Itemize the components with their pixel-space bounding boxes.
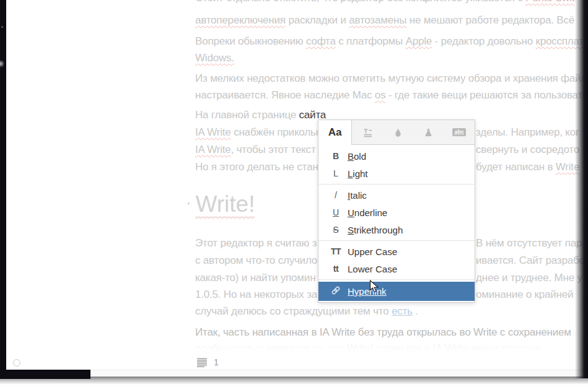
text-line: ивается. Сайт разрабо	[476, 254, 585, 267]
bottom-text-fade	[6, 337, 576, 356]
text-segment: , чтобы этот текст	[231, 144, 316, 155]
lower-case-icon: tt	[327, 264, 345, 274]
background-dot	[1, 26, 3, 28]
tab-highlight[interactable]	[413, 120, 444, 145]
menu-separator	[318, 240, 475, 241]
tab-text-style-label: Aa	[328, 126, 342, 139]
light-icon: L	[327, 168, 345, 178]
menu-item-strikethrough[interactable]: S Strikethrough	[318, 221, 475, 238]
text-segment: Widows.	[195, 52, 234, 64]
text-segment: В нём отсутствует пара	[476, 237, 587, 249]
text-link[interactable]: Punto Swit	[525, 0, 574, 4]
text-link[interactable]: есть	[392, 305, 413, 317]
italic-icon: /	[327, 190, 345, 200]
tab-text-style[interactable]: Aa	[318, 120, 352, 145]
underline-icon: U	[327, 207, 345, 217]
text-line: какая-то) и найти упомин	[195, 271, 315, 285]
text-segment: Стоит отдельно отметить, что редактор бе…	[195, 0, 525, 4]
text-line: Но я этого делать не стан	[195, 160, 318, 174]
text-line: днее и труднее. Мне у	[476, 271, 582, 285]
text-line: Вопреки обыкновению софта с платформы Ap…	[195, 35, 588, 48]
text-line: случай делюсь со страждущими тем что ест…	[195, 305, 418, 318]
text-line: IA Write, чтобы этот текст	[195, 143, 316, 157]
text-line: Этот редактор я считаю з	[195, 237, 317, 250]
popup-tabs: Aa abc	[318, 120, 475, 145]
text-segment: софта	[306, 35, 336, 47]
formatting-popup: Aa abc	[318, 120, 475, 303]
text-segment: Из мелких недостатков можно отметить мут…	[195, 72, 588, 84]
menu-label: Underline	[348, 207, 387, 218]
text-segment: автопереключения	[195, 14, 286, 26]
text-segment: днее и труднее. Мне у	[476, 272, 582, 284]
text-segment: Apple	[406, 35, 432, 47]
text-line: настраивается. Явное наследие Mac os - г…	[195, 89, 588, 102]
text-segment: автозамены	[349, 14, 406, 26]
mouse-cursor	[369, 280, 382, 296]
strikethrough-icon: S	[327, 225, 345, 235]
text-segment: снабжён прикольн	[231, 126, 322, 138]
text-line: свернуть и сосредото	[476, 143, 579, 157]
text-segment: .	[413, 305, 418, 317]
menu-item-underline[interactable]: U Underline	[318, 204, 475, 221]
text-line: будет написан в Write	[476, 160, 579, 174]
paragraph-counter[interactable]: 1	[196, 357, 219, 367]
spellcheck-icon: abc	[452, 128, 466, 136]
text-segment: - где такие вещи решаются за пользовател…	[385, 89, 588, 101]
text-segment: зделы. Например, ког	[476, 126, 579, 138]
text-line: Widows.	[195, 51, 234, 65]
text-segment: Но я этого делать не стан	[195, 161, 318, 173]
section-heading: · Write!	[186, 196, 255, 211]
menu-item-italic[interactable]: / Italic	[318, 186, 475, 204]
menu-separator	[318, 279, 475, 280]
menu-label: Light	[348, 168, 368, 179]
text-segment: - редактор довольно	[432, 35, 535, 47]
screenshot-right-edge	[575, 0, 588, 378]
desktop-background-left	[0, 0, 6, 379]
text-line: Стоит отдельно отметить, что редактор бе…	[195, 0, 574, 5]
paragraph-count-value: 1	[214, 357, 219, 367]
menu-item-upper-case[interactable]: TT Upper Case	[318, 243, 475, 260]
text-segment: раскладки и	[286, 14, 349, 26]
window-drop-shadow	[0, 378, 588, 385]
menu-label: Italic	[348, 190, 367, 201]
text-segment: os	[375, 89, 386, 101]
menu-item-lower-case[interactable]: tt Lower Case	[318, 260, 475, 277]
app-window: Стоит отдельно отметить, что редактор бе…	[0, 0, 588, 387]
text-segment: настраивается. Явное наследие Mac	[195, 89, 375, 101]
editor-content[interactable]: Стоит отдельно отметить, что редактор бе…	[0, 0, 588, 387]
text-line: зделы. Например, ког	[476, 126, 579, 139]
text-segment: ивается. Сайт разрабо	[476, 254, 585, 266]
tab-spellcheck[interactable]: abc	[444, 120, 475, 145]
hyperlink-chain-icon	[327, 285, 345, 297]
menu-item-hyperlink[interactable]: Hyperlink	[318, 282, 475, 301]
text-line: IA Write снабжён прикольн	[195, 126, 322, 139]
text-segment: Write!	[195, 191, 255, 217]
text-line: В нём отсутствует пара	[476, 237, 587, 250]
text-segment: какая-то) и найти упомин	[195, 272, 315, 284]
text-segment: На главной странице	[195, 109, 299, 121]
text-segment: ·	[186, 193, 195, 212]
tab-text-color[interactable]	[383, 120, 414, 145]
tab-paragraph-style[interactable]	[352, 120, 383, 145]
popup-menu: B Bold L Light / Italic U Underline S St…	[318, 145, 475, 302]
text-line: 1.0.5. Но на некоторых за	[195, 288, 317, 302]
upper-case-icon: TT	[327, 246, 345, 256]
menu-item-bold[interactable]: B Bold	[318, 147, 475, 165]
text-segment: IA Write	[195, 144, 231, 155]
menu-label: Upper Case	[348, 246, 397, 257]
text-segment: Вопреки обыкновению	[195, 35, 306, 47]
text-segment: свернуть и сосредото	[476, 144, 579, 155]
paragraph-style-icon	[362, 128, 372, 137]
text-segment: с автором что-то случило	[195, 254, 317, 266]
menu-item-light[interactable]: L Light	[318, 165, 475, 182]
menu-label: Bold	[348, 151, 366, 162]
text-segment: случай делюсь со страждущими тем что	[195, 305, 392, 317]
text-segment: с платформы	[336, 35, 406, 47]
corner-circle-handle	[13, 359, 20, 367]
text-line: Из мелких недостатков можно отметить мут…	[195, 72, 588, 85]
desktop-background-bottom-left	[0, 370, 90, 379]
menu-separator	[318, 184, 475, 185]
text-segment: оминание о крайней	[476, 289, 573, 300]
text-segment: 1.0.5. Но на некоторых за	[195, 289, 317, 300]
text-segment: Итак, часть написанная в IA Write без тр…	[195, 326, 571, 338]
